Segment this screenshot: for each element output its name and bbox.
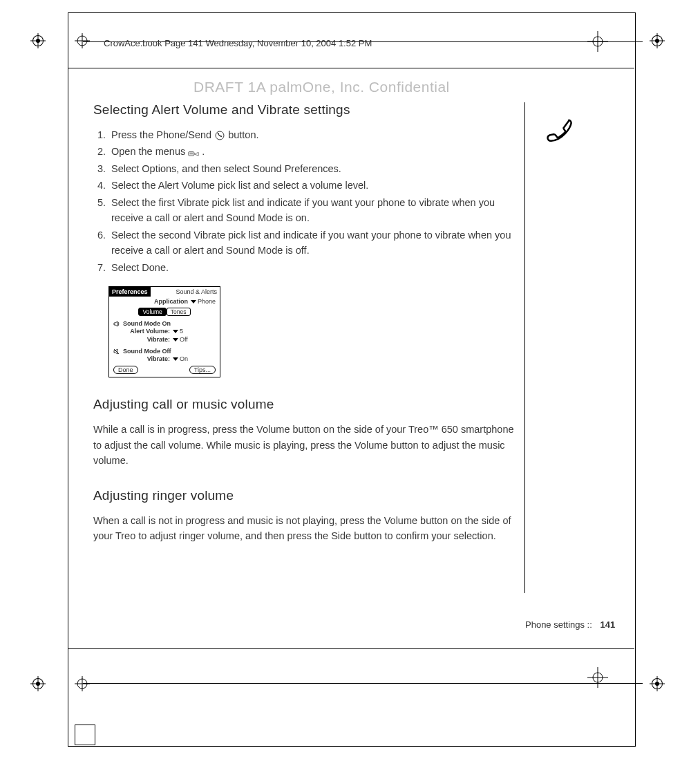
- speaker-on-icon: [113, 321, 120, 327]
- section-heading-alert-volume: Selecting Alert Volume and Vibrate setti…: [93, 102, 522, 118]
- step-1: Press the Phone/Send button.: [108, 127, 522, 142]
- content-bottom-rule: [68, 648, 634, 649]
- ss-sound-mode-off-label: Sound Mode Off: [123, 348, 171, 355]
- registration-mark-icon: [75, 676, 90, 691]
- ss-application-value: Phone: [198, 298, 216, 305]
- ss-vibrate-off-picklist[interactable]: On: [173, 355, 188, 362]
- ss-vibrate-label: Vibrate:: [113, 336, 170, 343]
- step-4: Select the Alert Volume pick list and se…: [108, 178, 522, 193]
- section-body-ringer-volume: When a call is not in progress and music…: [93, 513, 522, 544]
- ss-title-right: Sound & Alerts: [173, 287, 220, 297]
- ss-tips-button[interactable]: Tips...: [189, 366, 216, 374]
- ss-done-button[interactable]: Done: [113, 366, 138, 374]
- section-heading-ringer-volume: Adjusting ringer volume: [93, 488, 522, 503]
- step-3: Select Options, and then select Sound Pr…: [108, 161, 522, 176]
- ss-tab-tones[interactable]: Tones: [167, 308, 191, 316]
- phone-send-icon: [214, 129, 225, 139]
- ss-titlebar: Preferences Sound & Alerts: [109, 287, 220, 297]
- ss-sound-mode-on-label: Sound Mode On: [123, 320, 171, 327]
- menu-icon: [188, 146, 199, 156]
- running-header: CrowAce.book Page 141 Wednesday, Novembe…: [104, 38, 372, 48]
- ss-title-left: Preferences: [109, 287, 151, 297]
- step-2: Open the menus .: [108, 144, 522, 159]
- ss-application-picklist[interactable]: Phone: [191, 298, 216, 305]
- draft-watermark: DRAFT 1A palmOne, Inc. Confidential: [193, 79, 450, 95]
- svg-rect-35: [189, 151, 194, 156]
- ss-tabs: Volume Tones: [109, 306, 220, 317]
- step-7: Select Done.: [108, 260, 522, 275]
- bleed-box: [75, 725, 95, 745]
- registration-mark-icon: [30, 33, 46, 48]
- ss-application-label: Application: [154, 298, 188, 305]
- page-number: 141: [600, 619, 615, 630]
- content-top-rule: [68, 68, 634, 68]
- speaker-off-icon: [113, 348, 120, 355]
- crosshair-icon: [587, 667, 608, 691]
- margin-divider: [524, 102, 525, 593]
- registration-mark-icon: [650, 676, 665, 691]
- main-content: Selecting Alert Volume and Vibrate setti…: [93, 102, 522, 544]
- svg-point-34: [220, 136, 222, 137]
- step-text: Open the menus: [111, 146, 188, 157]
- crosshair-icon: [587, 31, 608, 55]
- steps-list: Press the Phone/Send button. Open the me…: [93, 127, 522, 275]
- ss-vibrate-on-value: Off: [180, 336, 188, 343]
- svg-point-33: [218, 133, 219, 134]
- ss-vibrate-off-row: Vibrate: On: [109, 355, 220, 363]
- ss-alert-volume-row: Alert Volume: 5: [109, 327, 220, 335]
- ss-vibrate-label-2: Vibrate:: [113, 355, 170, 362]
- ss-sound-mode-off-row: Sound Mode Off: [109, 344, 220, 355]
- ss-vibrate-on-picklist[interactable]: Off: [173, 336, 188, 343]
- registration-mark-icon: [30, 676, 46, 691]
- step-6: Select the second Vibrate pick list and …: [108, 227, 522, 259]
- registration-mark-icon: [75, 33, 90, 48]
- step-text: .: [202, 146, 205, 157]
- ss-vibrate-on-row: Vibrate: Off: [109, 335, 220, 344]
- step-5: Select the first Vibrate pick list and i…: [108, 195, 522, 226]
- ss-alert-volume-picklist[interactable]: 5: [173, 328, 183, 335]
- section-body-call-volume: While a call is in progress, press the V…: [93, 422, 522, 468]
- ss-application-row: Application Phone: [109, 297, 220, 306]
- ss-sound-mode-on-row: Sound Mode On: [109, 317, 220, 327]
- registration-mark-icon: [650, 33, 665, 48]
- palm-preferences-screenshot: Preferences Sound & Alerts Application P…: [108, 286, 220, 377]
- ss-tab-volume[interactable]: Volume: [138, 308, 166, 316]
- section-heading-call-volume: Adjusting call or music volume: [93, 397, 522, 412]
- ss-footer: Done Tips...: [109, 363, 220, 377]
- ss-alert-volume-label: Alert Volume:: [113, 328, 170, 335]
- ss-vibrate-off-value: On: [180, 355, 188, 362]
- phone-section-icon: [546, 116, 576, 149]
- footer-label: Phone settings ::: [525, 619, 592, 630]
- step-text: Press the Phone/Send: [111, 129, 214, 140]
- page-footer: Phone settings :: 141: [525, 619, 615, 630]
- ss-alert-volume-value: 5: [180, 328, 183, 335]
- bottom-register-line: [83, 683, 643, 684]
- step-text: button.: [228, 129, 258, 140]
